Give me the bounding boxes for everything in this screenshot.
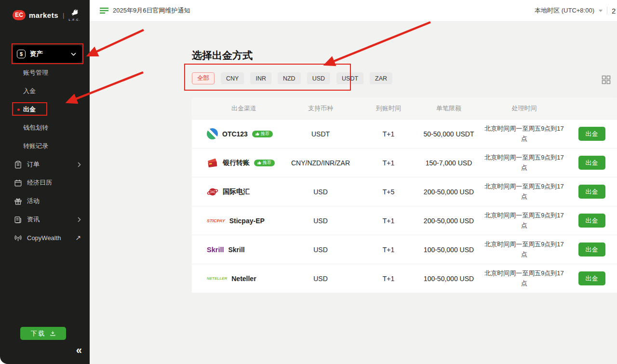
clipped-element: 2 <box>612 7 617 15</box>
menu-label: 活动 <box>27 197 81 205</box>
submenu-label: 账号管理 <box>23 69 48 76</box>
sidebar-item-label: 资产 <box>30 50 67 58</box>
processing-time: 北京时间周一至周五9点到17点 <box>484 211 565 231</box>
otc123-logo <box>207 128 218 139</box>
withdraw-button[interactable]: 出金 <box>578 156 605 170</box>
topbar-right: 本地时区 (UTC+8:00) 2 <box>535 6 617 15</box>
processing-time: 北京时间周一至周五9点到17点 <box>484 182 565 202</box>
page-title: 选择出金方式 <box>192 49 253 62</box>
supported-currency: USD <box>280 246 362 254</box>
brand-name: markets <box>29 11 58 19</box>
table-row: Skrill Skrill USD T+1 100-50,000 USD 北京时… <box>192 235 617 264</box>
topbar: 2025年9月6日官网维护通知 本地时区 (UTC+8:00) 2 <box>90 0 617 22</box>
table-row: 银行转账 推荐 CNY/NZD/INR/ZAR T+1 150-7,000 US… <box>192 148 617 177</box>
limit: 200-50,000 USD <box>416 217 482 225</box>
processing-time: 北京时间周一至周五9点到17点 <box>484 269 565 289</box>
filter-cny[interactable]: CNY <box>221 72 244 84</box>
filter-zar[interactable]: ZAR <box>370 72 392 84</box>
limit: 100-50,000 USD <box>416 246 482 254</box>
supported-currency: USD <box>280 188 362 196</box>
sidebar-item-deposit[interactable]: 入金 <box>0 82 90 100</box>
notice-text: 2025年9月6日官网维护通知 <box>113 6 190 15</box>
sidebar-item-wallet-transfer[interactable]: 钱包划转 <box>0 119 90 137</box>
lfc-logo: L.F.C. <box>68 9 80 21</box>
supported-currency: USD <box>280 275 362 283</box>
withdraw-methods-table: 出金渠道 支持币种 到账时间 单笔限额 处理时间 OTC123 推荐 USDT … <box>192 98 617 293</box>
filter-nzd[interactable]: NZD <box>278 72 301 84</box>
arrival-time: T+1 <box>362 217 416 225</box>
sidebar-item-withdraw[interactable]: 出金 <box>0 100 90 119</box>
broadcast-icon <box>14 234 22 242</box>
processing-time: 北京时间周一至周五9点到17点 <box>484 240 565 260</box>
lfc-label: L.F.C. <box>68 18 80 21</box>
announcement-lines-icon <box>100 7 108 14</box>
submenu-label: 转账记录 <box>23 142 48 149</box>
channel-name: Skrill <box>228 246 244 254</box>
grid-view-icon[interactable] <box>602 75 611 84</box>
header-processing: 处理时间 <box>482 104 566 113</box>
filter-usd[interactable]: USD <box>307 72 330 84</box>
arrival-time: T+1 <box>362 159 416 167</box>
limit: 100-50,000 USD <box>416 275 482 283</box>
thumb-up-icon <box>257 161 261 165</box>
menu-label: 经济日历 <box>27 178 81 187</box>
maintenance-notice[interactable]: 2025年9月6日官网维护通知 <box>100 6 190 15</box>
chevron-right-icon <box>78 162 81 167</box>
download-label: 下载 <box>31 329 46 338</box>
topbar-divider <box>607 7 607 14</box>
sidebar-item-orders[interactable]: 订单 <box>0 155 90 174</box>
sidebar-item-copywealth[interactable]: CopyWealth ↗ <box>0 229 90 247</box>
limit: 50-50,000 USDT <box>416 130 482 138</box>
skrill-logo: Skrill <box>207 246 224 254</box>
news-icon <box>14 216 22 224</box>
table-row: STICPAY Sticpay-EP USD T+1 200-50,000 US… <box>192 206 617 235</box>
menu-label: 订单 <box>27 160 73 169</box>
supported-currency: USDT <box>280 130 362 138</box>
arrival-time: T+1 <box>362 246 416 254</box>
sidebar-item-account-management[interactable]: 账号管理 <box>0 64 90 82</box>
arrival-time: T+1 <box>362 130 416 138</box>
limit: 200-50,000 USD <box>416 188 482 196</box>
download-icon <box>50 330 56 337</box>
brand-logo: EC markets | L.F.C. <box>0 0 90 21</box>
channel-name: OTC123 <box>222 130 248 138</box>
submenu-label: 入金 <box>23 87 36 94</box>
recommended-badge: 推荐 <box>254 160 275 166</box>
withdraw-button[interactable]: 出金 <box>578 127 605 141</box>
timezone-caret-icon[interactable] <box>599 10 603 12</box>
menu-label: 资讯 <box>27 215 73 224</box>
external-link-icon: ↗ <box>75 234 81 242</box>
clipboard-icon <box>14 161 22 169</box>
bank-transfer-logo <box>207 157 218 169</box>
sidebar-item-transfer-records[interactable]: 转账记录 <box>0 137 90 155</box>
menu-label: CopyWealth <box>27 234 70 242</box>
currency-filter-bar: 全部 CNY INR NZD USD USDT ZAR <box>192 72 392 84</box>
header-limit: 单笔限额 <box>416 104 482 113</box>
table-row: OTC123 推荐 USDT T+1 50-50,000 USDT 北京时间周一… <box>192 119 617 148</box>
sidebar-item-news[interactable]: 资讯 <box>0 210 90 229</box>
download-button[interactable]: 下载 <box>20 327 66 340</box>
withdraw-button[interactable]: 出金 <box>578 214 605 228</box>
active-dot <box>17 108 20 111</box>
sidebar-item-economic-calendar[interactable]: 经济日历 <box>0 174 90 192</box>
channel-name: Neteller <box>231 275 256 283</box>
collapse-sidebar-icon[interactable]: « <box>76 345 82 356</box>
processing-time: 北京时间周一至周五9点到17点 <box>484 153 565 173</box>
chevron-right-icon <box>78 217 81 222</box>
sidebar-item-activities[interactable]: 活动 <box>0 192 90 210</box>
assets-submenu: 账号管理 入金 出金 钱包划转 转账记录 <box>0 64 90 155</box>
sticpay-logo: STICPAY <box>207 218 225 223</box>
sidebar-item-assets[interactable]: $ 资产 <box>13 45 82 63</box>
badge-label: 推荐 <box>261 132 269 136</box>
withdraw-button[interactable]: 出金 <box>578 243 605 256</box>
filter-inr[interactable]: INR <box>250 72 271 84</box>
limit: 150-7,000 USD <box>416 159 482 167</box>
withdraw-button[interactable]: 出金 <box>578 271 605 285</box>
main-content: 选择出金方式 全部 CNY INR NZD USD USDT ZAR 出金渠道 … <box>90 22 617 364</box>
filter-usdt[interactable]: USDT <box>336 72 363 84</box>
filter-all[interactable]: 全部 <box>192 72 215 84</box>
header-arrival: 到账时间 <box>362 104 416 113</box>
arrival-time: T+5 <box>362 188 416 196</box>
withdraw-button[interactable]: 出金 <box>578 185 605 199</box>
submenu-label: 出金 <box>23 106 36 113</box>
